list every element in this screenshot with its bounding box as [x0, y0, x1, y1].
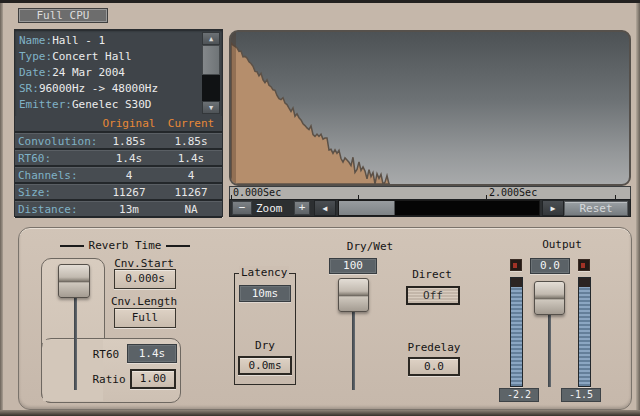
meter-readout-right: -1.5: [561, 388, 601, 402]
scroll-up-icon[interactable]: ▲: [202, 32, 220, 45]
waveform-scroll-thumb[interactable]: [339, 201, 395, 215]
impulse-waveform-display[interactable]: [229, 30, 631, 186]
rt60-value[interactable]: 1.4s: [127, 344, 177, 363]
direct-toggle-button[interactable]: Off: [406, 286, 460, 305]
meter-cap: [511, 278, 522, 287]
control-panel: Reverb Time Cnv.Start 0.000s Cnv.Length …: [18, 227, 632, 410]
decay-envelope: [231, 32, 629, 184]
info-row-name: Name:Hall - 1: [15, 33, 222, 49]
full-cpu-button[interactable]: Full CPU: [18, 8, 108, 23]
col-original: Original: [98, 116, 160, 131]
table-row: Size: 11267 11267: [15, 184, 222, 201]
dry-latency-value[interactable]: 0.0ms: [238, 356, 292, 375]
zoom-out-button[interactable]: −: [232, 201, 252, 215]
dry-wet-label: Dry/Wet: [321, 240, 419, 253]
waveform-scroll-track[interactable]: [338, 200, 540, 216]
latency-value[interactable]: 10ms: [239, 285, 291, 302]
dry-label: Dry: [241, 339, 289, 352]
ratio-label: Ratio: [91, 373, 127, 386]
output-meter-right: [578, 277, 591, 387]
table-row: RT60: 1.4s 1.4s: [15, 150, 222, 167]
ratio-value[interactable]: 1.00: [130, 369, 176, 389]
meter-cap: [579, 278, 590, 287]
impulse-compare-table: Original Current Convolution: 1.85s 1.85…: [15, 116, 222, 218]
info-scrollbar[interactable]: ▲ ▼: [202, 32, 220, 114]
predelay-value[interactable]: 0.0: [408, 357, 460, 376]
info-row-date: Date:24 Mar 2004: [15, 65, 222, 81]
info-row-sr: SR:96000Hz -> 48000Hz: [15, 81, 222, 97]
cnv-length-label: Cnv.Length: [107, 295, 181, 308]
impulse-info-panel: Name:Hall - 1 Type:Concert Hall Date:24 …: [14, 29, 223, 217]
dry-wet-fader-handle[interactable]: [338, 278, 369, 312]
scroll-left-icon[interactable]: ◀: [314, 200, 336, 216]
window-top-strip: [0, 0, 640, 3]
ruler-start-label: 0.000Sec: [233, 187, 281, 199]
meter-readout-left: -2.2: [499, 388, 539, 402]
window-right-edge: [636, 3, 640, 416]
output-meter-left: [510, 277, 523, 387]
clip-led-left-icon[interactable]: [510, 259, 522, 271]
output-label: Output: [522, 238, 602, 251]
col-current: Current: [160, 116, 222, 131]
output-fader-handle[interactable]: [534, 281, 565, 315]
reverb-time-fader-handle[interactable]: [58, 264, 90, 298]
window-bottom-edge: [0, 410, 640, 416]
table-row: Distance: 13m NA: [15, 201, 222, 218]
scroll-down-icon[interactable]: ▼: [202, 101, 220, 114]
dry-wet-value[interactable]: 100: [329, 258, 377, 274]
cnv-start-value[interactable]: 0.000s: [114, 269, 176, 289]
zoom-scroll-bar: − Zoom + ◀ ▶ Reset: [229, 199, 631, 217]
table-row: Convolution: 1.85s 1.85s: [15, 133, 222, 150]
predelay-label: Predelay: [393, 341, 475, 354]
clip-led-right-icon[interactable]: [578, 259, 590, 271]
info-row-type: Type:Concert Hall: [15, 49, 222, 65]
zoom-label: Zoom: [256, 202, 292, 215]
reverb-time-title: Reverb Time: [55, 239, 195, 252]
scroll-right-icon[interactable]: ▶: [542, 200, 564, 216]
ruler-end-label: 2.000Sec: [489, 187, 537, 199]
info-row-emitter: Emitter:Genelec S30D: [15, 97, 222, 113]
dry-wet-fader-track[interactable]: [352, 308, 355, 390]
output-fader-track[interactable]: [548, 313, 551, 387]
direct-label: Direct: [391, 268, 473, 281]
latency-title: Latency: [239, 266, 289, 279]
scrollbar-thumb[interactable]: [202, 45, 220, 75]
impulse-info-list: Name:Hall - 1 Type:Concert Hall Date:24 …: [15, 30, 222, 113]
reset-button[interactable]: Reset: [564, 201, 628, 216]
table-header: Original Current: [15, 116, 222, 133]
time-ruler: 0.000Sec 2.000Sec: [229, 186, 631, 199]
cnv-length-value[interactable]: Full: [114, 308, 176, 328]
table-row: Channels: 4 4: [15, 167, 222, 184]
window-left-edge: [0, 3, 3, 416]
zoom-in-button[interactable]: +: [294, 201, 310, 215]
rt60-label: RT60: [89, 348, 123, 361]
output-value[interactable]: 0.0: [530, 258, 570, 274]
